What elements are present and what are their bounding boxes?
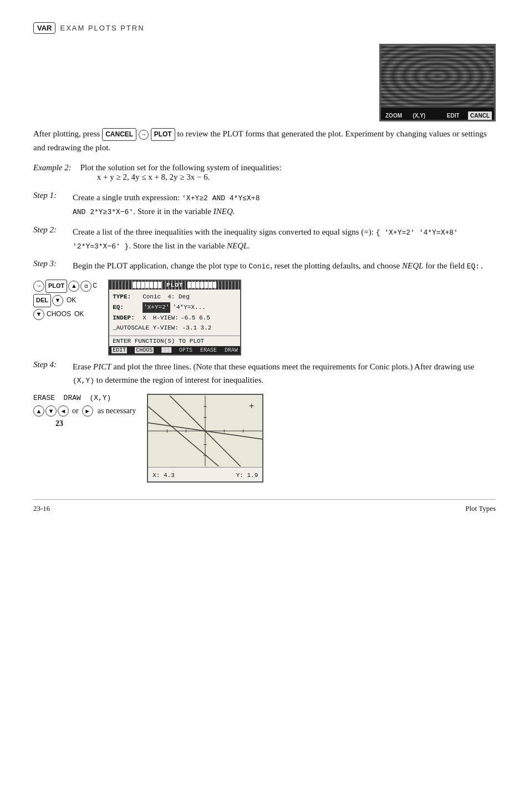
step2-row: Step 2: Create a list of the three inequ… [33, 225, 496, 253]
step1-label: Step 1: [33, 191, 64, 219]
calc-menu-cancl[interactable]: CANCL [468, 111, 492, 120]
calc-menu-empty [434, 114, 439, 116]
plot-autoscale-row: _AUTOSCALE Y-VIEW: -3.1 3.2 [113, 323, 237, 333]
plot-screen-title: ███████ PLOT ███████ [109, 281, 240, 290]
step4-btn-row1: ERASE DRAW (X,Y) [33, 394, 136, 402]
graph-screen: + X: 4.3 Y: 1.9 [147, 394, 263, 483]
hview-label: H-VIEW: [153, 313, 179, 323]
step4-row: Step 4: Erase PICT and plot the three li… [33, 360, 496, 387]
indep-label: INDEP: [113, 313, 140, 323]
calc-menu-xy[interactable]: (X,Y) [410, 111, 428, 120]
step4-buttons: ERASE DRAW (X,Y) ▲ ▼ ◄ or ► as necessary [33, 394, 136, 418]
ok-label-1[interactable]: OK [67, 295, 76, 307]
menu-choos[interactable]: CHOOS [135, 347, 154, 353]
example2-text: Plot the solution set for the following … [80, 163, 496, 182]
hview-val: -6.5 6.5 [181, 313, 210, 323]
example2-inequalities: x + y ≥ 2, 4y ≤ x + 8, 2y ≥ 3x − 6. [80, 172, 210, 181]
plot-small-key[interactable]: PLOT [45, 280, 67, 293]
up-key[interactable]: ▲ [68, 281, 79, 292]
type-label: TYPE: [113, 292, 140, 302]
step2-label: Step 2: [33, 225, 64, 253]
plot-screen: ███████ PLOT ███████ TYPE: Conic 4: Deg … [108, 280, 241, 356]
y-coord: Y: 1.9 [236, 472, 258, 479]
example2-label: Example 2: [33, 163, 72, 182]
del-key[interactable]: DEL [33, 294, 51, 307]
top-bar: VAR EXAM PLOTS PTRN [33, 22, 496, 34]
plot-screen-menu: EDIT CHOOS ███ OPTS ERASE DRAW [109, 346, 240, 354]
example2-section: Example 2: Plot the solution set for the… [33, 163, 496, 182]
calc-button-sequences: → PLOT ▲ α C DEL ▼ OK ▼ CHOOS OK [33, 280, 97, 321]
menu-draw[interactable]: DRAW [225, 347, 238, 353]
plot-indep-row: INDEP: X H-VIEW: -6.5 6.5 [113, 313, 237, 323]
footer-left: 23-16 [33, 504, 50, 513]
svg-text:+: + [249, 400, 255, 411]
graph-coords: X: 4.3 Y: 1.9 [148, 467, 262, 483]
down-key-2[interactable]: ▼ [33, 309, 44, 320]
ok-label-2[interactable]: OK [74, 308, 84, 321]
plot-eq-row: EQ: 'X+Y=2' '4*Y=X... [113, 302, 237, 313]
btn-row-2: DEL ▼ OK [33, 294, 97, 307]
step3-ui: → PLOT ▲ α C DEL ▼ OK ▼ CHOOS OK ███████… [33, 280, 496, 356]
intro-text-start: After plotting, press [33, 129, 100, 138]
btn-row-1: → PLOT ▲ α C [33, 280, 97, 293]
var-key[interactable]: VAR [33, 22, 55, 34]
top-menu-labels: EXAM PLOTS PTRN [60, 24, 144, 32]
or-text: or [72, 407, 79, 415]
type-extra: 4: Deg [167, 292, 190, 302]
calc-menu-edit[interactable]: EDIT [445, 111, 462, 120]
eq-label: EQ: [113, 302, 140, 313]
step4-btn-row2: ▲ ▼ ◄ or ► as necessary [33, 405, 136, 417]
arrow-circle-key[interactable]: → [33, 281, 44, 292]
step4-ui: ERASE DRAW (X,Y) ▲ ▼ ◄ or ► as necessary [33, 394, 496, 483]
step4-label: Step 4: [33, 360, 64, 387]
enter-text: ENTER FUNCTION(S) TO PLOT [109, 336, 240, 346]
down-key-1[interactable]: ▼ [52, 295, 63, 306]
cancel-key[interactable]: CANCEL [102, 128, 136, 141]
svg-line-10 [148, 407, 219, 466]
intro-paragraph: After plotting, press CANCEL → PLOT to r… [33, 127, 496, 154]
up-nav-key[interactable]: ▲ [33, 405, 44, 417]
example2-title-row: Example 2: Plot the solution set for the… [33, 163, 496, 182]
step1-content: Create a single truth expression: 'X+Y≥2… [73, 191, 496, 219]
menu-erase[interactable]: ERASE [200, 347, 217, 353]
plot-type-row: TYPE: Conic 4: Deg [113, 292, 237, 302]
type-val: Conic [143, 292, 161, 302]
arrow-key[interactable]: → [139, 130, 149, 140]
eq-val2: '4*Y=X... [172, 302, 205, 313]
choos-label[interactable]: CHOOS [47, 308, 71, 321]
step3-content: Begin the PLOT application, change the p… [73, 259, 496, 273]
btn-row-3: ▼ CHOOS OK [33, 308, 97, 321]
step1-row: Step 1: Create a single truth expression… [33, 191, 496, 219]
step2-area: 23 Step 2: Create a list of the three in… [33, 225, 496, 253]
alpha-key[interactable]: α [80, 281, 91, 292]
main-content: After plotting, press CANCEL → PLOT to r… [33, 127, 496, 483]
step4-content: Erase PICT and plot the three lines. (No… [73, 360, 496, 387]
autoscale-text: _AUTOSCALE Y-VIEW: -3.1 3.2 [113, 323, 211, 333]
indep-val: X [143, 313, 146, 323]
plot-screen-body: TYPE: Conic 4: Deg EQ: 'X+Y=2' '4*Y=X...… [109, 290, 240, 336]
page-number: 23 [55, 419, 63, 428]
plot-key[interactable]: PLOT [151, 128, 175, 141]
x-coord: X: 4.3 [152, 472, 175, 479]
menu-opts[interactable]: OPTS [179, 347, 192, 353]
down-nav-key[interactable]: ▼ [45, 405, 57, 417]
as-necessary-text: as necessary [98, 407, 136, 415]
menu-edit[interactable]: EDIT [111, 347, 127, 353]
right-nav-key[interactable]: ► [82, 405, 93, 417]
eq-val1: 'X+Y=2' [143, 302, 170, 313]
left-nav-key[interactable]: ◄ [58, 405, 69, 417]
step2-content: Create a list of the three inequalities … [73, 225, 496, 253]
footer: 23-16 Plot Types [33, 499, 496, 513]
c-label: C [93, 280, 97, 292]
footer-right: Plot Types [465, 504, 496, 513]
calc-screen-menu: ZOOM (X,Y) EDIT CANCL [381, 106, 494, 121]
graph-svg: + [148, 395, 262, 467]
menu-spacer: ███ [161, 347, 171, 353]
calculator-screen: ZOOM (X,Y) EDIT CANCL [379, 44, 496, 121]
graph-display: + [148, 395, 262, 467]
calc-screen-display [381, 45, 494, 106]
calc-menu-zoom[interactable]: ZOOM [383, 111, 404, 120]
intro-text-rest: to review the PLOT forms that generated … [33, 129, 487, 152]
step3-label: Step 3: [33, 259, 64, 273]
step3-row: Step 3: Begin the PLOT application, chan… [33, 259, 496, 273]
